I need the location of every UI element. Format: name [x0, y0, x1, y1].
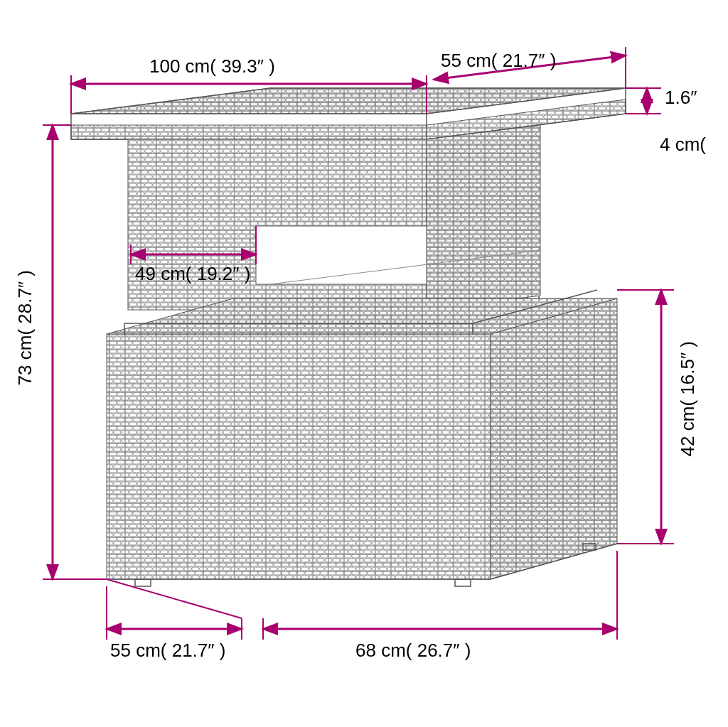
dim-total-height: 73 cm( 28.7″ ): [14, 270, 36, 385]
dim-inner-width: 49 cm( 19.2″ ): [135, 263, 250, 285]
dim-top-thickness: 4 cm(: [660, 134, 706, 156]
dim-top-depth: 55 cm( 21.7″ ): [441, 50, 556, 72]
dim-top-width: 100 cm( 39.3″ ): [149, 55, 275, 77]
diagram-stage: 100 cm( 39.3″ ) 55 cm( 21.7″ ) 1.6″ 4 cm…: [0, 0, 728, 727]
product-drawing: [0, 0, 728, 727]
svg-marker-23: [491, 298, 617, 579]
svg-rect-27: [135, 579, 151, 586]
svg-marker-19: [427, 125, 540, 310]
dim-edge-thin: 1.6″: [665, 87, 697, 109]
svg-rect-22: [107, 334, 491, 579]
dim-base-depth: 55 cm( 21.7″ ): [110, 640, 225, 662]
svg-rect-28: [455, 579, 471, 586]
dim-base-height: 42 cm( 16.5″ ): [677, 341, 699, 456]
dim-base-width: 68 cm( 26.7″ ): [355, 640, 471, 662]
